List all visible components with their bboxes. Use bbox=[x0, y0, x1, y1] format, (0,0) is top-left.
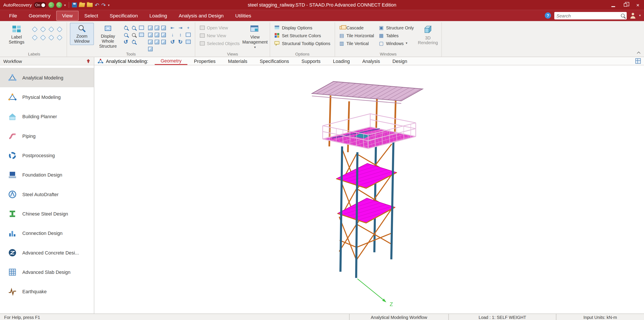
workflow-item-earthquake[interactable]: Earthquake bbox=[0, 282, 94, 301]
new-view-button[interactable]: New View bbox=[198, 32, 241, 39]
menu-file[interactable]: File bbox=[3, 10, 23, 20]
workflow-item-piping[interactable]: Piping bbox=[0, 126, 94, 146]
menu-utilities[interactable]: Utilities bbox=[230, 10, 257, 20]
view-right-icon[interactable]: ⇥ bbox=[176, 24, 184, 31]
menu-analysis-and-design[interactable]: Analysis and Design bbox=[173, 10, 230, 20]
view-grid-icon[interactable] bbox=[184, 38, 192, 45]
save-icon[interactable] bbox=[72, 2, 77, 8]
recovery-back-icon[interactable]: ← bbox=[48, 2, 54, 8]
support-labels-icon[interactable] bbox=[32, 34, 38, 40]
structural-tooltip-options-button[interactable]: Structural Tooltip Options bbox=[273, 40, 332, 46]
tab-properties[interactable]: Properties bbox=[188, 58, 222, 64]
solid-labels-icon[interactable] bbox=[56, 26, 62, 32]
menu-specification[interactable]: Specification bbox=[104, 10, 144, 20]
dimension-labels-icon[interactable] bbox=[56, 34, 62, 40]
menu-geometry[interactable]: Geometry bbox=[23, 10, 56, 20]
plate-labels-icon[interactable] bbox=[48, 26, 54, 32]
restore-button[interactable] bbox=[619, 0, 632, 10]
menu-select[interactable]: Select bbox=[78, 10, 104, 20]
search-icon[interactable] bbox=[621, 14, 624, 18]
help-icon[interactable]: ? bbox=[545, 12, 551, 19]
display-options-button[interactable]: Display Options bbox=[273, 24, 332, 31]
set-structure-colors-button[interactable]: Set Structure Colors bbox=[273, 32, 332, 39]
view-table-icon[interactable] bbox=[184, 31, 192, 38]
tab-materials[interactable]: Materials bbox=[222, 58, 253, 64]
autorecovery-toggle[interactable]: On bbox=[34, 2, 46, 8]
pan-icon[interactable]: ↺ bbox=[122, 38, 130, 45]
zoom-all-icon[interactable]: + bbox=[130, 38, 138, 45]
workflow-item-building-planner[interactable]: Building Planner bbox=[0, 107, 94, 126]
undo-icon[interactable]: ↶ bbox=[95, 2, 99, 8]
workflow-item-physical-modeling[interactable]: Physical Modeling bbox=[0, 87, 94, 107]
view-cube-icon[interactable] bbox=[160, 24, 167, 31]
axis-labels-icon[interactable] bbox=[48, 34, 54, 40]
view-cube-icon[interactable] bbox=[160, 31, 167, 38]
search-input[interactable] bbox=[556, 13, 619, 18]
load-labels-icon[interactable] bbox=[40, 34, 46, 40]
view-cube-icon[interactable] bbox=[160, 38, 167, 45]
dynamic-zoom-icon[interactable] bbox=[122, 31, 130, 38]
tile-vertical-button[interactable]: ▥ Tile Vertical bbox=[338, 40, 375, 46]
workflow-item-advanced-slab-design[interactable]: Advanced Slab Design bbox=[0, 262, 94, 282]
recovery-forward-icon[interactable]: → bbox=[56, 2, 62, 8]
label-settings-button[interactable]: Label Settings bbox=[4, 23, 28, 46]
view-cube-icon[interactable] bbox=[154, 38, 160, 45]
view-management-button[interactable]: View Management ▾ bbox=[243, 23, 267, 51]
qat-caret-icon[interactable]: ▾ bbox=[108, 3, 110, 7]
view-cube-icon[interactable] bbox=[147, 31, 154, 38]
workflow-item-connection-design[interactable]: Connection Design bbox=[0, 223, 94, 243]
tab-supports[interactable]: Supports bbox=[296, 58, 326, 64]
cascade-button[interactable]: Cascade bbox=[338, 24, 375, 31]
model-canvas[interactable]: Z bbox=[94, 65, 644, 314]
workflow-item-advanced-concrete-design[interactable]: Advanced Concrete Desi... bbox=[0, 243, 94, 262]
tab-specifications[interactable]: Specifications bbox=[254, 58, 295, 64]
menu-loading[interactable]: Loading bbox=[144, 10, 173, 20]
status-load-case[interactable]: Load : 1: SELF WEIGHT bbox=[449, 314, 556, 320]
view-left-icon[interactable]: ⇤ bbox=[169, 24, 176, 31]
beam-labels-icon[interactable] bbox=[40, 26, 46, 32]
open-view-button[interactable]: Open View bbox=[198, 24, 241, 31]
view-cube-icon[interactable] bbox=[147, 46, 154, 52]
recovery-caret-icon[interactable]: ▾ bbox=[64, 3, 66, 7]
view-plus-icon[interactable]: + bbox=[184, 24, 192, 31]
view-cube-icon[interactable] bbox=[147, 24, 154, 31]
zoom-window-button[interactable]: Zoom Window bbox=[70, 23, 94, 45]
3d-rendering-button[interactable]: 3D Rendering bbox=[417, 23, 439, 47]
selected-objects-button[interactable]: Selected Objects bbox=[198, 40, 241, 46]
tab-geometry[interactable]: Geometry bbox=[155, 57, 187, 65]
menu-view[interactable]: View bbox=[56, 10, 78, 20]
windows-menu-button[interactable]: ▢ Windows ▾ bbox=[377, 40, 415, 46]
view-cube-icon[interactable] bbox=[154, 24, 160, 31]
zoom-in-icon[interactable]: + bbox=[122, 24, 130, 31]
zoom-out-icon[interactable]: − bbox=[130, 24, 138, 31]
rotate-ccw-icon[interactable]: ↺ bbox=[169, 38, 176, 45]
ribbon-collapse-icon[interactable] bbox=[636, 51, 641, 55]
view-down-icon[interactable]: ↓ bbox=[169, 31, 176, 38]
display-whole-structure-button[interactable]: Display Whole Structure bbox=[96, 23, 120, 50]
workflow-item-chinese-steel-design[interactable]: Chinese Steel Design bbox=[0, 204, 94, 223]
zoom-previous-icon[interactable] bbox=[130, 31, 138, 38]
tab-loading[interactable]: Loading bbox=[327, 58, 356, 64]
workflow-item-steel-autodrafter[interactable]: Steel AutoDrafter bbox=[0, 184, 94, 204]
minimize-button[interactable] bbox=[607, 0, 619, 10]
view-updown-icon[interactable]: ↕ bbox=[176, 31, 184, 38]
tab-analysis[interactable]: Analysis bbox=[356, 58, 386, 64]
pin-icon[interactable] bbox=[86, 58, 90, 64]
close-button[interactable]: × bbox=[632, 0, 644, 10]
folder-icon[interactable] bbox=[87, 3, 93, 7]
tables-button[interactable]: ▦ Tables bbox=[377, 32, 415, 39]
tile-horizontal-button[interactable]: ▤ Tile Horizontal bbox=[338, 32, 375, 39]
tab-design[interactable]: Design bbox=[387, 58, 413, 64]
workflow-item-postprocessing[interactable]: Postprocessing bbox=[0, 146, 94, 165]
user-icon[interactable] bbox=[630, 13, 636, 18]
layout-grid-icon[interactable] bbox=[635, 58, 641, 64]
view-cube-icon[interactable] bbox=[154, 31, 160, 38]
view-cube-icon[interactable] bbox=[147, 38, 154, 45]
workflow-item-analytical-modeling[interactable]: Analytical Modeling bbox=[0, 68, 94, 87]
node-labels-icon[interactable] bbox=[32, 26, 38, 32]
rotate-cw-icon[interactable]: ↻ bbox=[176, 38, 184, 45]
structure-only-button[interactable]: ▣ Structure Only bbox=[377, 24, 415, 31]
zoom-selected-icon[interactable] bbox=[138, 31, 145, 38]
user-caret-icon[interactable]: ▾ bbox=[639, 14, 641, 18]
open-file-icon[interactable] bbox=[78, 3, 85, 7]
